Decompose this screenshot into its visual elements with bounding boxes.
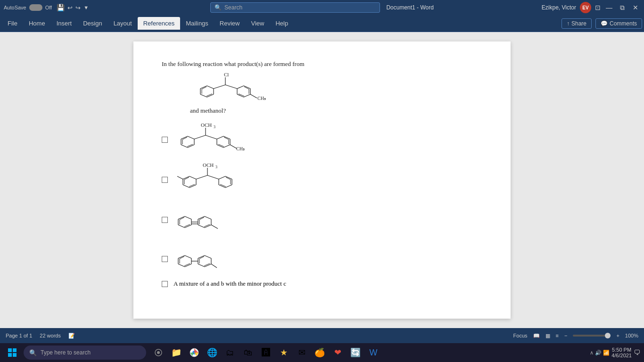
svg-line-52 xyxy=(196,175,207,179)
redo-icon[interactable]: ↪ xyxy=(75,4,81,11)
taskbar-search-box[interactable]: 🔍 Type here to search xyxy=(24,346,146,360)
option-a-row: OCH 3 xyxy=(162,122,482,157)
checkbox-a[interactable] xyxy=(162,137,168,143)
close-button[interactable]: ✕ xyxy=(631,3,640,12)
tab-design[interactable]: Design xyxy=(77,17,107,30)
svg-line-2 xyxy=(214,85,225,89)
tab-view[interactable]: View xyxy=(245,17,270,30)
windows-icon xyxy=(8,348,17,357)
svg-line-16 xyxy=(244,94,250,97)
svg-line-22 xyxy=(250,94,257,98)
option-b-svg: OCH 3 xyxy=(173,162,254,197)
restore-button[interactable]: ⧉ xyxy=(618,3,627,12)
user-avatar[interactable]: EV xyxy=(580,2,591,13)
tab-file[interactable]: File xyxy=(2,17,23,30)
taskbar-app2[interactable]: 🍊 xyxy=(312,345,327,360)
question-text: In the following reaction what product(s… xyxy=(162,60,482,68)
tab-review[interactable]: Review xyxy=(214,17,246,30)
proofing-icon[interactable]: 📝 xyxy=(68,333,75,339)
chrome-icon xyxy=(190,348,199,357)
view-mode-icon[interactable]: ⊡ xyxy=(595,4,601,11)
title-bar-center: 🔍 Search Document1 - Word xyxy=(145,2,499,13)
mail-icon: ✉ xyxy=(298,347,305,358)
tab-references[interactable]: References xyxy=(138,17,180,30)
zoom-slider[interactable] xyxy=(573,335,611,337)
taskbar-files[interactable]: 🗂 xyxy=(223,345,238,360)
notification-icon[interactable]: 🗨 xyxy=(634,349,640,356)
undo-icon[interactable]: ↩ xyxy=(67,4,73,11)
title-search-box[interactable]: 🔍 Search xyxy=(210,2,380,13)
document-page: In the following reaction what product(s… xyxy=(133,41,511,319)
taskbar-chrome[interactable] xyxy=(187,345,202,360)
svg-line-95 xyxy=(178,264,185,267)
autosave-state: Off xyxy=(45,5,52,10)
save-icon[interactable]: 💾 xyxy=(57,4,65,11)
tab-help[interactable]: Help xyxy=(270,17,294,30)
svg-rect-116 xyxy=(8,353,12,357)
taskbar-word[interactable]: W xyxy=(366,345,381,360)
word-count: 22 words xyxy=(40,333,61,338)
print-layout-icon[interactable]: ▦ xyxy=(545,333,550,339)
taskbar-explorer[interactable]: 📁 xyxy=(169,345,184,360)
option-d-row xyxy=(162,242,482,275)
taskbar-app3[interactable]: ❤ xyxy=(330,345,345,360)
checkbox-c[interactable] xyxy=(162,217,168,223)
svg-text:3: 3 xyxy=(214,125,215,129)
checkbox-b[interactable] xyxy=(162,177,168,183)
amazon-icon: 🅰 xyxy=(262,348,270,358)
system-tray-icons: ∧ 🔊 📶 xyxy=(590,350,610,356)
taskbar-app1[interactable]: ★ xyxy=(276,345,291,360)
dropdown-icon[interactable]: ▼ xyxy=(83,5,89,10)
svg-line-37 xyxy=(206,135,217,139)
svg-line-31 xyxy=(181,145,188,148)
start-button[interactable] xyxy=(4,344,21,361)
svg-line-85 xyxy=(198,225,205,228)
comments-icon: 💬 xyxy=(601,20,608,27)
option-c-row xyxy=(162,202,482,238)
tab-layout[interactable]: Layout xyxy=(108,17,138,30)
edge-icon: 🌐 xyxy=(207,347,217,358)
svg-line-53 xyxy=(190,176,196,179)
share-button[interactable]: ↑ Share xyxy=(561,18,592,29)
tab-home[interactable]: Home xyxy=(23,17,51,30)
svg-text:3: 3 xyxy=(215,165,217,169)
ribbon: File Home Insert Design Layout Reference… xyxy=(0,15,644,32)
taskbar-clock[interactable]: 5:50 PM 4/6/2021 xyxy=(611,347,632,358)
explorer-icon: 📁 xyxy=(171,347,182,358)
taskbar: 🔍 Type here to search 📁 🌐 🗂 🛍 🅰 ★ ✉ xyxy=(0,343,644,362)
comments-button[interactable]: 💬 Comments xyxy=(595,18,642,29)
search-icon: 🔍 xyxy=(215,4,222,11)
svg-line-3 xyxy=(207,86,214,89)
taskbar-store[interactable]: 🛍 xyxy=(240,345,256,360)
web-layout-icon[interactable]: ≡ xyxy=(556,333,559,338)
read-mode-icon[interactable]: 📖 xyxy=(533,333,540,339)
taskbar-task-view[interactable] xyxy=(151,345,166,360)
tab-mailings[interactable]: Mailings xyxy=(180,17,214,30)
taskbar-edge[interactable]: 🌐 xyxy=(205,345,220,360)
taskbar-app4[interactable]: 🔄 xyxy=(348,345,363,360)
taskbar-right: ∧ 🔊 📶 5:50 PM 4/6/2021 🗨 xyxy=(590,347,640,358)
tab-insert[interactable]: Insert xyxy=(51,17,78,30)
minimize-button[interactable]: — xyxy=(604,3,614,12)
svg-line-67 xyxy=(225,185,232,188)
checkbox-e[interactable] xyxy=(162,281,168,287)
title-bar: AutoSave Off 💾 ↩ ↪ ▼ 🔍 Search Document1 … xyxy=(0,0,644,15)
svg-line-93 xyxy=(211,225,218,229)
autosave-toggle[interactable] xyxy=(29,4,42,11)
focus-label[interactable]: Focus xyxy=(513,333,528,338)
checkbox-d[interactable] xyxy=(162,256,168,262)
svg-text:Cl: Cl xyxy=(224,72,229,77)
user-name: Ezikpe, Victor xyxy=(542,4,576,11)
svg-text:CH₃: CH₃ xyxy=(236,146,245,151)
svg-line-47 xyxy=(230,145,237,148)
option-e-text: A mixture of a and b with the minor prod… xyxy=(173,280,286,288)
app-title: Document1 - Word xyxy=(386,4,433,11)
svg-rect-117 xyxy=(13,353,17,357)
svg-line-12 xyxy=(225,85,237,89)
zoom-in-icon[interactable]: + xyxy=(616,333,619,338)
taskbar-amazon[interactable]: 🅰 xyxy=(258,345,273,360)
ribbon-right: ↑ Share 💬 Comments xyxy=(561,18,642,29)
zoom-out-icon[interactable]: − xyxy=(564,333,567,338)
taskbar-mail[interactable]: ✉ xyxy=(294,345,309,360)
svg-line-108 xyxy=(205,255,211,258)
